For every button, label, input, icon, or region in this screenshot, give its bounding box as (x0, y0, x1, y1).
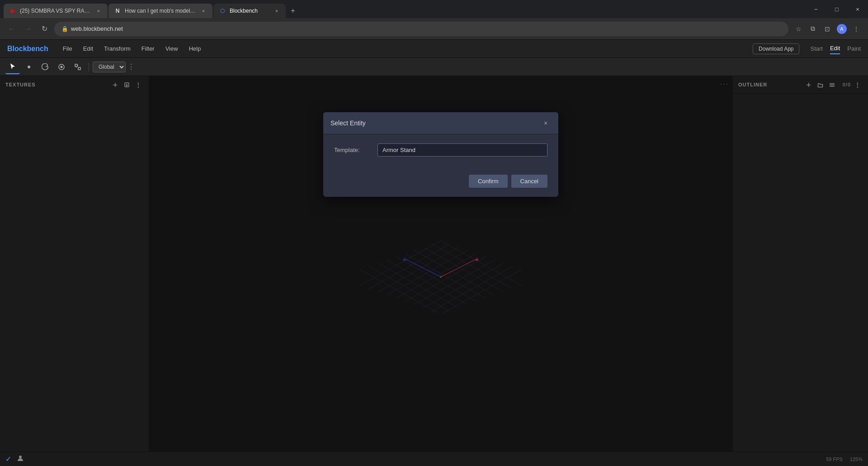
import-texture-button[interactable] (122, 80, 132, 90)
select-entity-dialog: Select Entity × Template: Confirm Cancel (323, 112, 558, 197)
check-icon[interactable]: ✓ (5, 455, 11, 463)
svg-point-1 (61, 66, 63, 68)
app-logo: Blockbench (7, 45, 48, 53)
bookmark-star-icon[interactable]: ☆ (792, 23, 805, 35)
tab-youtube[interactable]: ▶ (25) SOMBRA VS SPY RAP B... × (4, 4, 108, 18)
forward-button[interactable]: → (22, 23, 34, 35)
add-folder-button[interactable] (816, 80, 826, 90)
confirm-button[interactable]: Confirm (469, 175, 508, 188)
menu-help[interactable]: Help (189, 43, 201, 54)
toolbar: Global ⋮ (0, 58, 868, 76)
svg-point-42 (19, 456, 22, 458)
close-button[interactable]: × (847, 0, 868, 18)
view-tabs: Start Edit Paint (810, 43, 861, 54)
textures-label: TEXTURES (5, 82, 36, 87)
profile-avatar-icon[interactable]: A (835, 23, 848, 35)
bottom-right: 59 FPS 125% (826, 456, 863, 462)
menu-file[interactable]: File (63, 43, 72, 54)
menu-edit[interactable]: Edit (83, 43, 93, 54)
toolbar-more-icon[interactable]: ⋮ (127, 62, 135, 71)
textures-more-icon[interactable]: ⋮ (133, 80, 143, 90)
menu-transform[interactable]: Transform (104, 43, 131, 54)
bottom-bar: ✓ 59 FPS 125% (0, 452, 868, 466)
tab-blockbench[interactable]: ⬡ Blockbench × (213, 4, 286, 18)
scale-tool-button[interactable] (54, 60, 69, 74)
minimize-button[interactable]: − (806, 0, 826, 18)
browser-frame: ▶ (25) SOMBRA VS SPY RAP B... × N How ca… (0, 0, 868, 466)
tab-notion[interactable]: N How can I get mob's models ? | N... × (108, 4, 212, 18)
dialog-header: Select Entity × (323, 112, 558, 134)
app-content: Blockbench File Edit Transform Filter Vi… (0, 40, 868, 466)
reload-button[interactable]: ↻ (38, 23, 51, 35)
svg-rect-39 (830, 83, 835, 84)
template-label: Template: (334, 147, 370, 153)
dialog-close-button[interactable]: × (540, 118, 551, 128)
menu-filter[interactable]: Filter (142, 43, 155, 54)
zoom-level: 125% (850, 456, 863, 462)
blockbench-favicon-icon: ⬡ (219, 7, 226, 14)
textures-section: TEXTURES (0, 76, 149, 452)
svg-rect-4 (78, 67, 80, 70)
toolbar-separator (89, 62, 89, 71)
cast-icon[interactable]: ⊡ (821, 23, 834, 35)
svg-rect-40 (830, 85, 835, 86)
left-panel: TEXTURES (0, 76, 149, 452)
cancel-button[interactable]: Cancel (511, 175, 547, 188)
chrome-menu-icon[interactable]: ⋮ (850, 23, 863, 35)
back-button[interactable]: ← (5, 23, 18, 35)
select-tool-button[interactable] (5, 60, 20, 74)
outliner-more-icon[interactable]: ⋮ (853, 80, 863, 90)
tab-notion-close-icon[interactable]: × (200, 7, 207, 14)
address-bar: ← → ↻ 🔒 web.blockbench.net ☆ ⧉ ⊡ A ⋮ (0, 18, 868, 40)
download-app-button[interactable]: Download App (753, 43, 799, 54)
new-tab-button[interactable]: + (287, 5, 299, 17)
tab-paint[interactable]: Paint (847, 43, 861, 54)
svg-rect-41 (830, 86, 835, 87)
window-controls: − □ × (806, 0, 868, 18)
textures-header: TEXTURES (5, 80, 143, 90)
youtube-favicon-icon: ▶ (9, 7, 16, 14)
person-icon[interactable] (17, 455, 24, 463)
tab-edit[interactable]: Edit (830, 43, 840, 54)
notion-favicon-icon: N (114, 7, 121, 14)
template-input[interactable] (377, 143, 547, 157)
right-panel: OUTLINER (732, 76, 868, 452)
tab-youtube-close-icon[interactable]: × (95, 7, 102, 14)
app-topbar: Blockbench File Edit Transform Filter Vi… (0, 40, 868, 58)
transform-tool-button[interactable] (71, 60, 85, 74)
tab-start[interactable]: Start (810, 43, 822, 54)
outliner-icons: 0/0 ⋮ (804, 80, 863, 90)
dialog-overlay: Select Entity × Template: Confirm Cancel (149, 76, 732, 452)
svg-rect-3 (75, 64, 77, 67)
viewport[interactable]: ⋮ (149, 76, 732, 452)
extensions-puzzle-icon[interactable]: ⧉ (807, 23, 819, 35)
lock-icon: 🔒 (61, 26, 68, 32)
add-texture-button[interactable] (110, 80, 120, 90)
tab-youtube-title: (25) SOMBRA VS SPY RAP B... (20, 8, 91, 14)
tab-blockbench-close-icon[interactable]: × (273, 7, 280, 14)
svg-rect-8 (113, 85, 117, 86)
dialog-body: Template: (323, 134, 558, 175)
outliner-header: OUTLINER (733, 76, 868, 94)
list-view-button[interactable] (827, 80, 837, 90)
dialog-footer: Confirm Cancel (323, 175, 558, 197)
svg-rect-38 (807, 85, 811, 86)
menu-view[interactable]: View (165, 43, 178, 54)
address-url: web.blockbench.net (71, 25, 123, 32)
svg-point-0 (28, 66, 30, 68)
move-tool-button[interactable] (22, 60, 36, 74)
add-group-button[interactable] (804, 80, 814, 90)
global-select[interactable]: Global (93, 62, 126, 72)
outliner-label: OUTLINER (738, 82, 767, 87)
rotate-tool-button[interactable] (38, 60, 52, 74)
tab-blockbench-title: Blockbench (230, 8, 269, 14)
maximize-button[interactable]: □ (826, 0, 847, 18)
fps-counter: 59 FPS (826, 456, 843, 462)
outliner-count: 0/0 (843, 82, 851, 87)
tab-bar: ▶ (25) SOMBRA VS SPY RAP B... × N How ca… (0, 0, 868, 18)
template-form-row: Template: (334, 143, 547, 157)
dialog-title: Select Entity (330, 119, 366, 127)
address-right-icons: ☆ ⧉ ⊡ A ⋮ (792, 23, 863, 35)
address-field[interactable]: 🔒 web.blockbench.net (54, 22, 788, 36)
tab-notion-title: How can I get mob's models ? | N... (125, 8, 196, 14)
